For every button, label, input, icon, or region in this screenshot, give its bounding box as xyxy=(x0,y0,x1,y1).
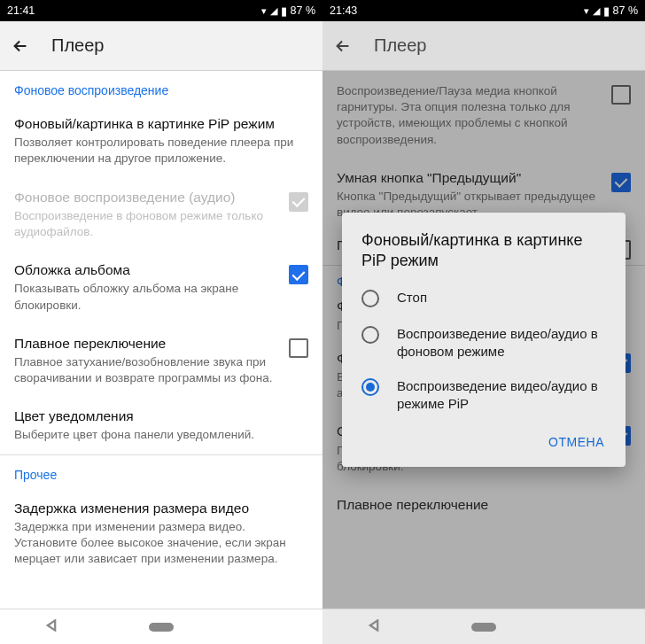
wifi-icon: ▾ xyxy=(261,5,267,17)
radio-unchecked-icon xyxy=(361,326,379,344)
status-icons: ▾ ◢ ▮ 87 % xyxy=(584,4,639,18)
item-title: Цвет уведомления xyxy=(14,407,308,425)
item-subtitle: Воспроизведение в фоновом режиме только … xyxy=(14,208,278,240)
back-icon[interactable] xyxy=(11,36,30,56)
wifi-icon: ▾ xyxy=(584,5,589,17)
app-bar: Плеер xyxy=(0,21,322,71)
nav-bar xyxy=(322,609,645,644)
battery-text: 87 % xyxy=(613,4,639,17)
radio-option-background[interactable]: Воспроизведение видео/аудио в фоновом ре… xyxy=(342,316,626,369)
back-icon xyxy=(333,36,353,56)
section-other: Прочее xyxy=(0,455,322,489)
dialog-scrim[interactable]: Фоновый/картинка в картинке PiP режим Ст… xyxy=(322,71,645,609)
status-bar: 21:41 ▾ ◢ ▮ 87 % xyxy=(0,0,322,21)
appbar-title: Плеер xyxy=(374,35,426,56)
nav-bar xyxy=(0,609,322,644)
pip-mode-dialog: Фоновый/картинка в картинке PiP режим Ст… xyxy=(342,213,626,468)
checkbox-checked-icon[interactable] xyxy=(289,265,308,284)
item-title: Задержка изменения размера видео xyxy=(14,500,308,517)
checkbox-disabled-icon xyxy=(289,192,308,212)
item-bg-audio: Фоновое воспроизведение (аудио) Воспроиз… xyxy=(0,178,322,252)
radio-unchecked-icon xyxy=(361,290,379,307)
item-notification-color[interactable]: Цвет уведомления Выберите цвет фона пане… xyxy=(0,397,322,454)
radio-option-pip[interactable]: Воспроизведение видео/аудио в режиме PiP xyxy=(342,369,626,421)
battery-icon: ▮ xyxy=(603,4,610,18)
dialog-actions: ОТМЕНА xyxy=(342,421,626,462)
nav-home-icon[interactable] xyxy=(149,623,174,632)
signal-icon: ◢ xyxy=(593,5,600,17)
item-subtitle: Показывать обложку альбома на экране бло… xyxy=(14,281,278,313)
nav-home-icon[interactable] xyxy=(471,623,496,632)
status-icons: ▾ ◢ ▮ 87 % xyxy=(261,4,316,18)
settings-list-dimmed: Воспроизведение/Пауза медиа кнопкой гарн… xyxy=(322,71,645,609)
item-album-cover[interactable]: Обложка альбома Показывать обложку альбо… xyxy=(0,251,322,324)
nav-back-icon[interactable] xyxy=(368,619,380,635)
battery-icon: ▮ xyxy=(281,4,287,18)
item-subtitle: Задержка при изменении размера видео. Ус… xyxy=(14,519,308,568)
item-smooth-switch[interactable]: Плавное переключение Плавное затухание/в… xyxy=(0,324,322,398)
dialog-title: Фоновый/картинка в картинке PiP режим xyxy=(342,230,626,281)
right-screenshot: 21:43 ▾ ◢ ▮ 87 % Плеер Воспроизведение/П… xyxy=(322,0,645,644)
radio-label: Стоп xyxy=(397,289,427,306)
left-screenshot: 21:41 ▾ ◢ ▮ 87 % Плеер Фоновое воспроизв… xyxy=(0,0,322,644)
status-time: 21:43 xyxy=(330,4,357,17)
cancel-button[interactable]: ОТМЕНА xyxy=(540,428,613,456)
nav-back-icon[interactable] xyxy=(45,619,58,635)
app-bar: Плеер xyxy=(322,21,645,71)
battery-text: 87 % xyxy=(291,4,316,17)
item-title: Обложка альбома xyxy=(14,261,278,279)
signal-icon: ◢ xyxy=(270,5,277,17)
item-pip-mode[interactable]: Фоновый/картинка в картинке PiP режим По… xyxy=(0,105,322,178)
settings-list[interactable]: Фоновое воспроизведение Фоновый/картинка… xyxy=(0,71,322,609)
status-time: 21:41 xyxy=(7,4,35,17)
item-title: Плавное переключение xyxy=(14,335,278,353)
radio-label: Воспроизведение видео/аудио в фоновом ре… xyxy=(397,325,606,360)
item-title: Фоновое воспроизведение (аудио) xyxy=(14,189,278,206)
checkbox-unchecked-icon[interactable] xyxy=(289,338,308,358)
item-subtitle: Позволяет контролировать поведение плеер… xyxy=(14,135,308,167)
radio-checked-icon xyxy=(361,378,379,396)
radio-label: Воспроизведение видео/аудио в режиме PiP xyxy=(397,377,606,412)
item-subtitle: Выберите цвет фона панели уведомлений. xyxy=(14,427,308,443)
item-title: Фоновый/картинка в картинке PiP режим xyxy=(14,115,308,133)
item-subtitle: Плавное затухание/возобновление звука пр… xyxy=(14,354,278,386)
radio-option-stop[interactable]: Стоп xyxy=(342,280,626,316)
status-bar: 21:43 ▾ ◢ ▮ 87 % xyxy=(322,0,645,21)
section-background-playback: Фоновое воспроизведение xyxy=(0,71,322,105)
appbar-title: Плеер xyxy=(51,35,104,56)
item-resize-delay[interactable]: Задержка изменения размера видео Задержк… xyxy=(0,489,322,578)
